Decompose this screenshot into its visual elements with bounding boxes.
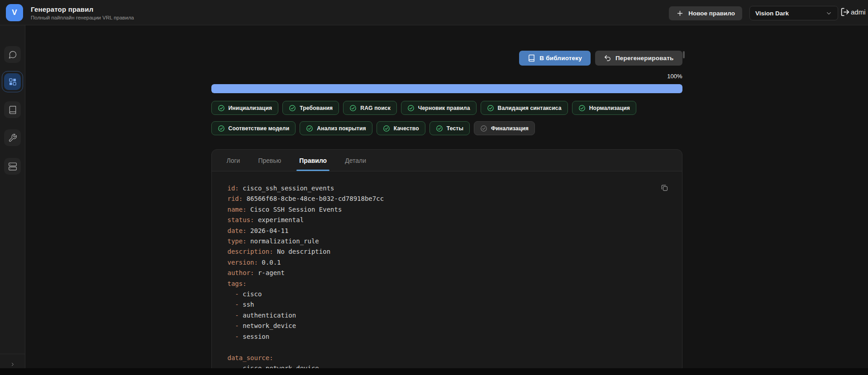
code-line: status: experimental xyxy=(228,215,682,225)
code-line: - network_device xyxy=(228,321,682,331)
stage-badge: Анализ покрытия xyxy=(300,121,372,135)
logout-user[interactable]: admi xyxy=(840,7,866,17)
stage-label: Черновик правила xyxy=(418,105,470,111)
stage-badge: Нормализация xyxy=(572,101,636,115)
chat-icon xyxy=(8,50,17,59)
stage-badge: Требования xyxy=(282,101,339,115)
sidebar xyxy=(0,25,25,375)
pipeline-grid-icon xyxy=(8,77,17,86)
sidebar-item-pipeline[interactable] xyxy=(4,73,21,90)
progress-bar xyxy=(211,84,682,93)
tab-bar: Логи Превью Правило Детали xyxy=(212,150,682,171)
sidebar-item-library[interactable] xyxy=(4,101,21,118)
library-book-icon xyxy=(8,105,17,114)
stage-label: Финализация xyxy=(491,125,529,132)
code-line: - session xyxy=(228,332,682,342)
wrench-icon xyxy=(8,133,17,142)
tab-label: Логи xyxy=(227,157,240,164)
sidebar-divider xyxy=(0,354,25,354)
code-line: id: cisco_ssh_session_events xyxy=(228,183,682,194)
tab-label: Превью xyxy=(258,157,281,164)
stage-label: Валидация синтаксиса xyxy=(498,105,562,111)
copy-button[interactable] xyxy=(658,181,671,195)
code-line: date: 2026-04-11 xyxy=(228,226,682,236)
check-circle-icon xyxy=(578,104,586,112)
to-library-button[interactable]: В библиотеку xyxy=(519,51,591,66)
stage-label: Инициализация xyxy=(229,105,272,111)
code-line: - cisco xyxy=(228,289,682,299)
code-line: tags: xyxy=(228,279,682,289)
check-circle-icon xyxy=(436,125,443,132)
logout-icon xyxy=(840,7,850,17)
copy-icon xyxy=(660,183,668,193)
stage-label: Соответствие модели xyxy=(229,125,290,132)
check-circle-icon xyxy=(349,104,357,112)
code-line: - authentication xyxy=(228,310,682,321)
check-circle-icon xyxy=(407,104,415,112)
undo-icon xyxy=(604,54,611,62)
stage-label: Анализ покрытия xyxy=(317,125,366,132)
chevron-down-icon xyxy=(825,10,832,17)
regenerate-label: Перегенерировать xyxy=(615,55,674,62)
code-line xyxy=(228,342,682,352)
sidebar-item-servers[interactable] xyxy=(4,158,21,175)
page-title: Генератор правил xyxy=(31,5,134,13)
stage-badge: Тесты xyxy=(429,121,470,135)
tab-rule[interactable]: Правило xyxy=(290,150,336,171)
stage-label: Качество xyxy=(394,125,419,132)
tab-logs[interactable]: Логи xyxy=(218,150,249,171)
code-line: version: 0.0.1 xyxy=(228,257,682,268)
server-icon xyxy=(8,162,17,171)
pipeline-stages: Инициализация Требования RAG поиск Черно… xyxy=(211,101,682,135)
stage-label: Тесты xyxy=(447,125,463,132)
check-circle-icon xyxy=(480,125,487,132)
sidebar-item-chat[interactable] xyxy=(4,46,21,63)
theme-select[interactable]: Vision Dark xyxy=(749,6,838,20)
stage-badge: Инициализация xyxy=(211,101,279,115)
stage-badge: RAG поиск xyxy=(343,101,397,115)
stage-badge: Черновик правила xyxy=(401,101,477,115)
actions-row: В библиотеку Перегенерировать xyxy=(211,51,682,66)
theme-select-value: Vision Dark xyxy=(755,10,789,17)
check-circle-icon xyxy=(306,125,313,132)
stage-label: RAG поиск xyxy=(360,105,391,111)
tab-label: Детали xyxy=(345,157,366,164)
scrollbar-thumb[interactable] xyxy=(683,51,685,58)
progress-percent: 100% xyxy=(211,72,682,81)
stage-badge: Соответствие модели xyxy=(211,121,296,135)
regenerate-button[interactable]: Перегенерировать xyxy=(595,51,682,66)
code-line: description: No description xyxy=(228,247,682,257)
chevron-right-icon xyxy=(10,361,15,368)
tab-details[interactable]: Детали xyxy=(336,150,375,171)
sidebar-item-tools[interactable] xyxy=(4,129,21,146)
stage-badge: Финализация xyxy=(474,121,535,135)
plus-icon xyxy=(676,9,684,17)
stage-label: Нормализация xyxy=(589,105,630,111)
check-circle-icon xyxy=(289,104,296,112)
check-circle-icon xyxy=(487,104,494,112)
rule-code-block: id: cisco_ssh_session_eventsrid: 86566f6… xyxy=(212,171,682,375)
code-line: - ssh xyxy=(228,299,682,310)
tab-label: Правило xyxy=(299,157,327,164)
tab-preview[interactable]: Превью xyxy=(249,150,290,171)
app-window: V Генератор правил Полный пайплайн генер… xyxy=(0,0,868,375)
stage-badge: Валидация синтаксиса xyxy=(481,101,568,115)
new-rule-button[interactable]: Новое правило xyxy=(669,6,742,20)
code-line: name: Cisco SSH Session Events xyxy=(228,204,682,215)
code-line: data_source: xyxy=(228,353,682,363)
bottom-strip xyxy=(0,368,868,375)
page-subtitle: Полный пайплайн генерации VRL правила xyxy=(31,15,134,20)
app-header: V Генератор правил Полный пайплайн генер… xyxy=(0,0,868,25)
code-line: rid: 86566f68-8cbe-48ce-b032-cd78918be7c… xyxy=(228,194,682,204)
book-icon xyxy=(528,54,535,62)
new-rule-label: Новое правило xyxy=(688,10,735,17)
stage-label: Требования xyxy=(300,105,333,111)
stage-badge: Качество xyxy=(377,121,425,135)
to-library-label: В библиотеку xyxy=(539,55,582,62)
user-label: admi xyxy=(851,8,866,16)
check-circle-icon xyxy=(218,104,225,112)
main-content: В библиотеку Перегенерировать 100% Иници… xyxy=(25,25,868,375)
check-circle-icon xyxy=(383,125,390,132)
rule-code-lines: id: cisco_ssh_session_eventsrid: 86566f6… xyxy=(212,171,682,374)
check-circle-icon xyxy=(218,125,225,132)
